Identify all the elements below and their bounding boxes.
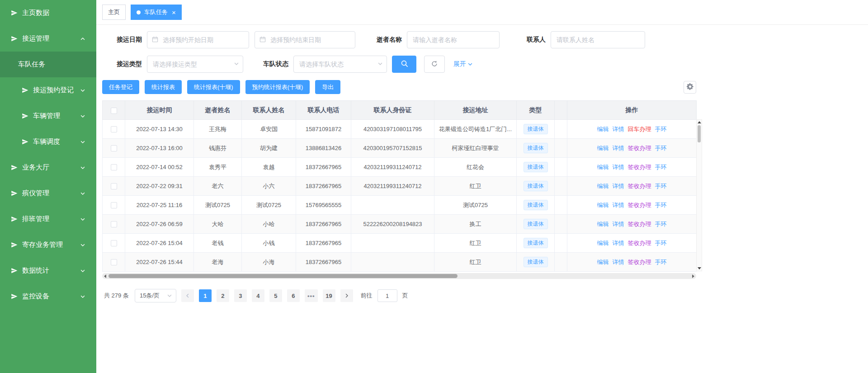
send-icon [11, 190, 18, 197]
detail-link[interactable]: 详情 [613, 259, 624, 265]
row-checkbox[interactable] [111, 221, 117, 227]
row-checkbox[interactable] [111, 164, 117, 170]
sign-handle-link[interactable]: 签收办理 [628, 259, 651, 265]
sidebar-item[interactable]: 接运预约登记 [0, 77, 96, 103]
detail-link[interactable]: 详情 [613, 164, 624, 170]
edit-link[interactable]: 编辑 [597, 202, 609, 208]
return-car-handle-link[interactable]: 回车办理 [628, 126, 651, 132]
edit-link[interactable]: 编辑 [597, 145, 609, 151]
toolbar-button[interactable]: 导出 [315, 80, 340, 94]
page-button[interactable]: 3 [234, 289, 247, 302]
page-size-select[interactable] [135, 289, 176, 302]
wristband-link[interactable]: 手环 [655, 202, 667, 208]
detail-link[interactable]: 详情 [613, 145, 624, 151]
sidebar-item[interactable]: 车辆管理 [0, 103, 96, 129]
next-page-button[interactable] [340, 289, 353, 302]
sidebar-item[interactable]: 业务大厅 [0, 155, 96, 180]
date-end-input[interactable] [255, 31, 355, 48]
edit-link[interactable]: 编辑 [597, 126, 609, 132]
detail-link[interactable]: 详情 [613, 221, 624, 227]
search-button[interactable] [392, 56, 416, 73]
scroll-up-arrow[interactable] [698, 121, 701, 123]
tab-fleet-tasks[interactable]: 车队任务× [131, 5, 182, 20]
sign-handle-link[interactable]: 签收办理 [628, 221, 651, 227]
settings-button[interactable] [684, 81, 696, 94]
scroll-right-arrow[interactable] [692, 274, 694, 278]
wristband-link[interactable]: 手环 [655, 164, 667, 170]
select-all-checkbox[interactable] [111, 108, 117, 114]
scroll-left-arrow[interactable] [104, 274, 106, 278]
sidebar-item[interactable]: 车辆调度 [0, 129, 96, 155]
prev-page-button[interactable] [181, 289, 194, 302]
edit-link[interactable]: 编辑 [597, 259, 609, 265]
tab-home[interactable]: 主页 [102, 5, 126, 20]
page-button[interactable]: 5 [269, 289, 282, 302]
pickup-type-select[interactable] [147, 56, 243, 73]
wristband-link[interactable]: 手环 [655, 259, 667, 265]
toolbar-button[interactable]: 任务登记 [102, 80, 139, 94]
page-button[interactable]: 2 [217, 289, 229, 302]
sidebar-item[interactable]: 车队任务 [0, 52, 96, 77]
toolbar-button[interactable]: 统计报表 [145, 80, 182, 94]
sidebar-item[interactable]: 监控设备 [0, 283, 96, 309]
row-checkbox[interactable] [111, 202, 117, 208]
vertical-scrollbar-thumb[interactable] [698, 125, 701, 142]
detail-link[interactable]: 详情 [613, 126, 624, 132]
deceased-name-input[interactable] [407, 31, 500, 48]
contact-field[interactable] [551, 31, 645, 48]
row-checkbox[interactable] [111, 240, 117, 246]
wristband-link[interactable]: 手环 [655, 240, 667, 246]
sidebar-item[interactable]: 主页数据 [0, 0, 96, 26]
row-checkbox[interactable] [111, 259, 117, 265]
edit-link[interactable]: 编辑 [597, 221, 609, 227]
detail-link[interactable]: 详情 [613, 202, 624, 208]
pickup-type-input[interactable] [147, 56, 243, 73]
horizontal-scrollbar[interactable] [102, 273, 696, 279]
row-checkbox[interactable] [111, 145, 117, 151]
row-checkbox[interactable] [111, 183, 117, 189]
sidebar-item[interactable]: 数据统计 [0, 258, 96, 283]
sign-handle-link[interactable]: 签收办理 [628, 145, 651, 151]
wristband-link[interactable]: 手环 [655, 221, 667, 227]
edit-link[interactable]: 编辑 [597, 183, 609, 189]
horizontal-scrollbar-thumb[interactable] [108, 274, 458, 278]
close-icon[interactable]: × [172, 9, 176, 16]
toolbar-button[interactable]: 统计报表(十堰) [187, 80, 240, 94]
refresh-button[interactable] [424, 56, 445, 73]
wristband-link[interactable]: 手环 [655, 145, 667, 151]
sidebar-item[interactable]: 寄存业务管理 [0, 232, 96, 258]
page-ellipsis[interactable]: ••• [305, 289, 318, 302]
page-button[interactable]: 4 [252, 289, 264, 302]
sign-handle-link[interactable]: 签收办理 [628, 202, 651, 208]
pickup-type-label: 接运类型 [102, 60, 142, 68]
deceased-name-field[interactable] [407, 31, 500, 48]
edit-link[interactable]: 编辑 [597, 240, 609, 246]
expand-link[interactable]: 展开 [453, 60, 473, 68]
date-start-field[interactable] [147, 31, 249, 48]
page-button[interactable]: 6 [287, 289, 300, 302]
sign-handle-link[interactable]: 签收办理 [628, 183, 651, 189]
goto-page-input[interactable] [377, 289, 397, 302]
scroll-down-arrow[interactable] [698, 267, 701, 269]
wristband-link[interactable]: 手环 [655, 126, 667, 132]
contact-input[interactable] [551, 31, 645, 48]
sign-handle-link[interactable]: 签收办理 [628, 164, 651, 170]
detail-link[interactable]: 详情 [613, 240, 624, 246]
page-size-input[interactable] [135, 289, 176, 302]
detail-link[interactable]: 详情 [613, 183, 624, 189]
fleet-status-input[interactable] [293, 56, 387, 73]
fleet-status-select[interactable] [293, 56, 387, 73]
sidebar-item[interactable]: 排班管理 [0, 206, 96, 232]
date-end-field[interactable] [255, 31, 355, 48]
row-checkbox[interactable] [111, 126, 117, 132]
date-start-input[interactable] [147, 31, 249, 48]
edit-link[interactable]: 编辑 [597, 164, 609, 170]
page-button[interactable]: 19 [323, 289, 335, 302]
wristband-link[interactable]: 手环 [655, 183, 667, 189]
toolbar-button[interactable]: 预约统计报表(十堰) [245, 80, 310, 94]
sidebar-item[interactable]: 殡仪管理 [0, 180, 96, 206]
sign-handle-link[interactable]: 签收办理 [628, 240, 651, 246]
page-button[interactable]: 1 [199, 289, 212, 302]
vertical-scrollbar[interactable] [696, 119, 702, 271]
sidebar-item[interactable]: 接运管理 [0, 26, 96, 52]
